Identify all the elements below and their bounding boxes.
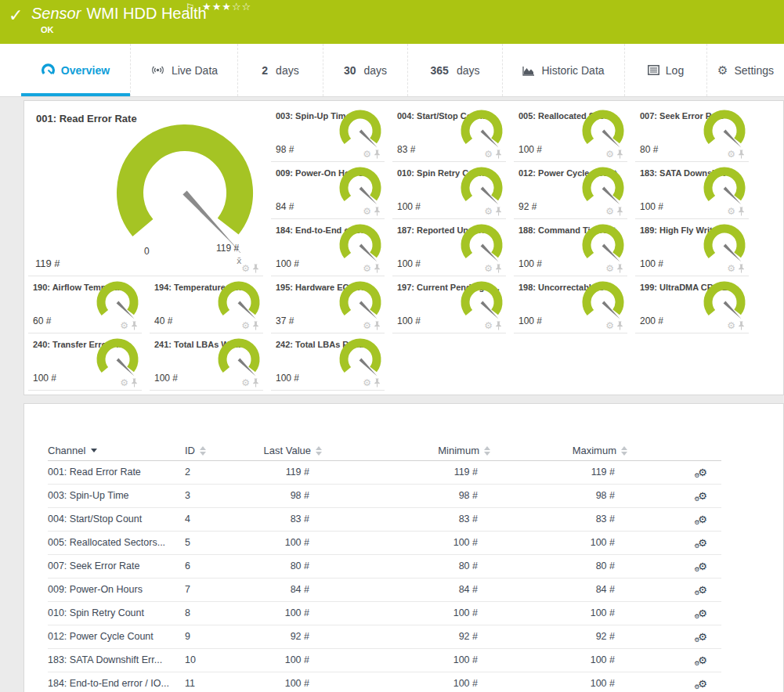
gear-icon[interactable]: ⚙ — [363, 207, 371, 216]
gear-icon[interactable]: ⚙ — [363, 264, 371, 273]
channel-settings-icon[interactable]: ⚙⚙ — [698, 631, 707, 643]
gear-icon[interactable]: ⚙ — [484, 150, 493, 159]
pin-icon[interactable] — [495, 150, 502, 159]
channel-name: 007: Seek Error Rate — [48, 554, 185, 578]
pin-icon[interactable] — [374, 321, 381, 330]
channel-minimum: 92 # — [322, 625, 490, 648]
pin-icon[interactable] — [374, 264, 381, 273]
tab-label: Historic Data — [541, 64, 604, 77]
tab-log[interactable]: Log — [624, 44, 706, 96]
channel-settings-icon[interactable]: ⚙⚙ — [698, 537, 707, 549]
channel-settings-icon[interactable]: ⚙⚙ — [698, 584, 707, 596]
channel-settings-icon[interactable]: ⚙⚙ — [698, 607, 707, 619]
pin-icon[interactable] — [616, 150, 623, 159]
channel-settings-icon[interactable]: ⚙⚙ — [698, 560, 707, 572]
pin-icon[interactable] — [374, 378, 381, 387]
column-header-id[interactable]: ID — [185, 442, 251, 460]
channel-last-value: 92 # — [251, 625, 322, 648]
channel-settings-icon[interactable]: ⚙⚙ — [698, 678, 707, 690]
channel-name: 003: Spin-Up Time — [48, 484, 185, 507]
gear-icon[interactable]: ⚙ — [605, 207, 614, 216]
tab-2-days[interactable]: 2 days — [237, 44, 323, 96]
tab-live-data[interactable]: Live Data — [130, 44, 237, 96]
pin-icon[interactable] — [131, 378, 138, 387]
gear-icon[interactable]: ⚙ — [241, 321, 250, 330]
tab-30-days[interactable]: 30 days — [323, 44, 407, 96]
channel-settings-icon[interactable]: ⚙⚙ — [698, 490, 707, 502]
table-row: 183: SATA Downshift Err... 10 100 # 100 … — [48, 648, 721, 672]
gear-icon[interactable]: ⚙ — [484, 264, 493, 273]
channel-minimum: 119 # — [322, 460, 490, 484]
pin-icon[interactable] — [374, 207, 381, 216]
gauge-cell: 197: Current Pending S... 100 # ⚙ — [392, 276, 506, 333]
gear-icon[interactable]: ⚙ — [363, 150, 371, 159]
tab-365-days[interactable]: 365 days — [407, 44, 502, 96]
column-header-last-value[interactable]: Last Value — [251, 442, 322, 460]
gear-icon[interactable]: ⚙ — [363, 321, 371, 330]
channel-id: 11 — [185, 672, 251, 692]
column-header-maximum[interactable]: Maximum — [490, 442, 627, 460]
channel-settings-icon[interactable]: ⚙⚙ — [698, 654, 707, 666]
tab-label: days — [364, 64, 388, 77]
channel-settings-icon[interactable]: ⚙⚙ — [698, 467, 707, 478]
gear-icon[interactable]: ⚙ — [241, 264, 250, 273]
gear-icon[interactable]: ⚙ — [727, 207, 735, 216]
pin-icon[interactable] — [738, 207, 745, 216]
gauge-cell: 004: Start/Stop Count 83 # ⚙ — [392, 105, 506, 162]
gear-icon[interactable]: ⚙ — [363, 378, 371, 387]
tab-overview[interactable]: Overview — [21, 44, 130, 96]
pin-icon[interactable] — [616, 321, 623, 330]
sort-icon[interactable] — [316, 446, 322, 456]
table-row: 007: Seek Error Rate 6 80 # 80 # 80 # ⚙⚙ — [48, 554, 721, 578]
gear-icon[interactable]: ⚙ — [484, 207, 493, 216]
channel-id: 3 — [185, 484, 251, 507]
gauge-cell: 242: Total LBAs Read 100 # ⚙ — [271, 333, 385, 391]
channel-name: 001: Read Error Rate — [48, 460, 185, 484]
table-row: 003: Spin-Up Time 3 98 # 98 # 98 # ⚙⚙ — [48, 484, 721, 507]
pin-icon[interactable] — [738, 264, 745, 273]
pin-icon[interactable] — [374, 150, 381, 159]
column-header-minimum[interactable]: Minimum — [322, 442, 490, 460]
channel-id: 9 — [185, 625, 251, 648]
gear-icon[interactable]: ⚙ — [241, 378, 250, 387]
channel-last-value: 100 # — [276, 258, 299, 269]
sort-desc-icon[interactable] — [91, 449, 97, 452]
pin-icon[interactable] — [131, 321, 138, 330]
pin-icon[interactable] — [495, 321, 502, 330]
gauges-panel: 001: Read Error Rate x̄ 0 119 # 119 # ⚙ … — [23, 100, 784, 395]
gear-icon[interactable]: ⚙ — [727, 264, 735, 273]
pin-icon[interactable] — [495, 264, 502, 273]
column-header-channel[interactable]: Channel — [48, 442, 185, 460]
gear-icon[interactable]: ⚙ — [605, 321, 614, 330]
gear-icon[interactable]: ⚙ — [605, 150, 614, 159]
gauge-cell: 198: Uncorrectable Se... 100 # ⚙ — [514, 276, 627, 333]
gear-icon[interactable]: ⚙ — [120, 321, 128, 330]
channel-id: 4 — [185, 507, 251, 531]
channel-last-value: 98 # — [276, 144, 294, 155]
channel-last-value: 100 # — [251, 648, 322, 672]
pin-icon[interactable] — [252, 378, 259, 387]
gear-icon[interactable]: ⚙ — [120, 378, 128, 387]
gear-icon[interactable]: ⚙ — [727, 321, 735, 330]
channels-table-body: 001: Read Error Rate 2 119 # 119 # 119 #… — [48, 460, 721, 692]
sort-icon[interactable] — [484, 446, 490, 456]
tab-historic-data[interactable]: Historic Data — [502, 44, 624, 96]
tab-settings[interactable]: ⚙ Settings — [706, 44, 784, 96]
priority-stars[interactable]: ★★★☆☆ — [202, 1, 251, 13]
channel-last-value: 200 # — [640, 315, 663, 326]
pin-icon[interactable] — [252, 264, 259, 273]
sort-icon[interactable] — [200, 446, 206, 456]
gear-icon[interactable]: ⚙ — [484, 321, 493, 330]
pin-icon[interactable] — [252, 321, 259, 330]
pin-icon[interactable] — [738, 321, 745, 330]
gear-icon[interactable]: ⚙ — [605, 264, 614, 273]
channel-settings-icon[interactable]: ⚙⚙ — [698, 514, 707, 525]
channel-minimum: 100 # — [322, 531, 490, 554]
gear-icon[interactable]: ⚙ — [727, 150, 735, 159]
sort-icon[interactable] — [621, 446, 627, 456]
pin-icon[interactable] — [738, 150, 745, 159]
pin-icon[interactable] — [616, 207, 623, 216]
pin-icon[interactable] — [616, 264, 623, 273]
pin-icon[interactable] — [495, 207, 502, 216]
flag-icon[interactable]: ⚐ — [186, 2, 195, 13]
